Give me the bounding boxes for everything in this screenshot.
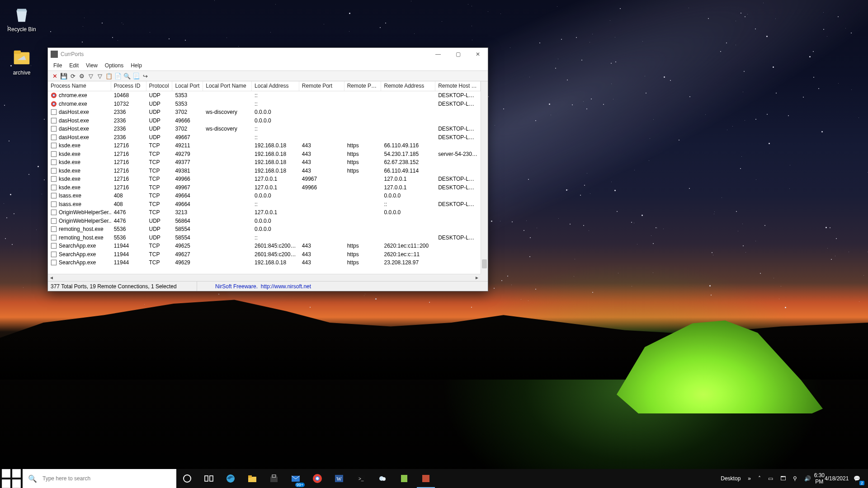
taskbar-app-currports-app[interactable] — [415, 469, 437, 488]
copy-icon[interactable]: 📋 — [105, 72, 113, 80]
svg-point-48 — [382, 477, 386, 481]
table-row[interactable]: OriginWebHelperSer...4476TCP3213127.0.0.… — [48, 208, 481, 217]
table-row[interactable]: dasHost.exe2336UDP3702ws-discovery0.0.0.… — [48, 108, 481, 117]
save-icon[interactable]: 💾 — [60, 72, 68, 80]
table-row[interactable]: lsass.exe408TCP49664::::DESKTOP-LD7Q1 — [48, 200, 481, 209]
minimize-button[interactable]: — — [428, 48, 448, 61]
taskbar-app-microsoft-store[interactable] — [263, 469, 285, 488]
show-desktop-button[interactable] — [865, 469, 868, 488]
maximize-button[interactable]: ▢ — [448, 48, 468, 61]
table-row[interactable]: ksde.exe12716TCP49279192.168.0.18443http… — [48, 150, 481, 159]
table-row[interactable]: OriginWebHelperSer...4476UDP568640.0.0.0 — [48, 217, 481, 225]
scroll-right-arrow-icon[interactable]: ► — [473, 275, 481, 280]
column-header-process[interactable]: Process Name — [48, 81, 111, 91]
column-header-rportname[interactable]: Remote Por... — [344, 81, 382, 91]
cell-lportname — [203, 212, 252, 213]
nirsoft-link[interactable]: http://www.nirsoft.net — [261, 283, 311, 290]
table-row[interactable]: remoting_host.exe5536UDP58554::DESKTOP-L… — [48, 234, 481, 242]
vertical-scroll-thumb[interactable] — [482, 259, 487, 268]
tray-wifi-icon[interactable]: ⚲ — [789, 469, 801, 488]
close-button[interactable]: ✕ — [468, 48, 488, 61]
cell-raddr — [381, 112, 435, 113]
taskbar-search[interactable]: 🔍 Type here to search — [23, 469, 176, 488]
cell-process: dasHost.exe — [48, 134, 111, 141]
cell-rhost — [435, 145, 481, 146]
table-row[interactable]: ksde.exe12716TCP49966127.0.0.149967127.0… — [48, 175, 481, 183]
taskbar-app-edge[interactable] — [220, 469, 241, 488]
table-row[interactable]: dasHost.exe2336UDP49667::DESKTOP-LD7Q1 — [48, 133, 481, 142]
menu-file[interactable]: File — [50, 61, 66, 70]
column-header-raddr[interactable]: Remote Address — [381, 81, 435, 91]
auto-refresh-icon[interactable]: ⚙ — [78, 72, 86, 80]
exit-icon[interactable]: ↪ — [141, 72, 149, 80]
tray-volume-icon[interactable]: 🔊 — [801, 469, 815, 488]
table-row[interactable]: lsass.exe408TCP496640.0.0.00.0.0.0 — [48, 192, 481, 200]
horizontal-scrollbar[interactable]: ◄ ► — [48, 274, 481, 281]
table-row[interactable]: SearchApp.exe11944TCP496272601:845:c200:… — [48, 250, 481, 259]
table-row[interactable]: chrome.exe10732UDP5353::DESKTOP-LD7Q1 — [48, 100, 481, 108]
taskbar-app-weather[interactable] — [372, 469, 393, 488]
start-button[interactable] — [0, 469, 23, 488]
taskbar-app-task-view[interactable] — [198, 469, 220, 488]
table-row[interactable]: remoting_host.exe5536UDP585540.0.0.0 — [48, 225, 481, 234]
taskbar-app-file-explorer[interactable] — [241, 469, 263, 488]
column-header-laddr[interactable]: Local Address — [252, 81, 299, 91]
tray-overflow-chevron-icon[interactable]: ˄ — [755, 469, 764, 488]
taskbar-app-mail[interactable]: 99+ — [285, 469, 307, 488]
cell-rhost — [435, 112, 481, 113]
desktop-icon-recycle-bin[interactable]: Recycle Bin — [4, 4, 40, 33]
taskbar-app-notepadpp[interactable] — [393, 469, 415, 488]
table-row[interactable]: ksde.exe12716TCP49381192.168.0.18443http… — [48, 167, 481, 175]
column-header-lportname[interactable]: Local Port Name — [203, 81, 252, 91]
table-row[interactable]: dasHost.exe2336UDP3702ws-discovery::DESK… — [48, 125, 481, 133]
chrome-icon — [312, 473, 323, 484]
clear-filter-icon[interactable]: ▽ — [96, 72, 104, 80]
cell-pid: 5536 — [111, 225, 146, 233]
vertical-scrollbar[interactable] — [481, 81, 488, 274]
scroll-left-arrow-icon[interactable]: ◄ — [48, 275, 55, 280]
svg-rect-19 — [51, 202, 56, 206]
svg-rect-14 — [51, 160, 56, 165]
menu-options[interactable]: Options — [101, 61, 127, 70]
table-body[interactable]: chrome.exe10468UDP5353::DESKTOP-LD7Q1chr… — [48, 91, 481, 274]
table-row[interactable]: ksde.exe12716TCP49377192.168.0.18443http… — [48, 158, 481, 167]
menu-help[interactable]: Help — [127, 61, 146, 70]
table-row[interactable]: ksde.exe12716TCP49967127.0.0.149966127.0… — [48, 183, 481, 192]
table-row[interactable]: ksde.exe12716TCP49211192.168.0.18443http… — [48, 141, 481, 150]
table-row[interactable]: dasHost.exe2336UDP496660.0.0.0 — [48, 117, 481, 125]
close-port-icon[interactable]: ✕ — [51, 72, 59, 80]
column-header-proto[interactable]: Protocol — [146, 81, 173, 91]
titlebar[interactable]: CurrPorts — ▢ ✕ — [48, 48, 488, 61]
filter-toggle-icon[interactable]: ▽ — [87, 72, 95, 80]
taskbar-app-cortana[interactable] — [176, 469, 198, 488]
table-row[interactable]: SearchApp.exe11944TCP49629192.168.0.1844… — [48, 258, 481, 267]
refresh-icon[interactable]: ⟳ — [69, 72, 77, 80]
cell-pid: 12716 — [111, 167, 146, 174]
cell-process: SearchApp.exe — [48, 242, 111, 249]
column-header-rport[interactable]: Remote Port — [299, 81, 344, 91]
table-row[interactable]: SearchApp.exe11944TCP496252601:845:c200:… — [48, 242, 481, 250]
column-header-pid[interactable]: Process ID — [111, 81, 146, 91]
column-header-rhost[interactable]: Remote Host Na — [435, 81, 481, 91]
taskbar-app-chrome[interactable] — [307, 469, 328, 488]
svg-rect-23 — [51, 235, 56, 240]
tray-meet-now-icon[interactable]: ▭ — [764, 469, 777, 488]
desktop-icon-archive-folder[interactable]: archive — [4, 47, 40, 76]
tray-battery-icon[interactable]: 🗔 — [777, 469, 789, 488]
table-row[interactable]: chrome.exe10468UDP5353::DESKTOP-LD7Q1 — [48, 91, 481, 100]
tray-clock[interactable]: 6:30 PM 4/18/2021 — [815, 469, 848, 488]
toolbar-desktop-label[interactable]: Desktop — [717, 469, 744, 488]
menu-view[interactable]: View — [82, 61, 101, 70]
find-icon[interactable]: 🔍 — [123, 72, 131, 80]
svg-rect-49 — [401, 475, 407, 482]
toolbar-desktop-chevron-icon[interactable]: » — [744, 469, 755, 488]
process-icon — [51, 117, 57, 124]
taskbar-app-word[interactable]: W — [328, 469, 350, 488]
column-header-lport[interactable]: Local Port — [172, 81, 203, 91]
properties-icon[interactable]: 📄 — [114, 72, 122, 80]
taskbar-app-terminal[interactable]: >_ — [350, 469, 372, 488]
action-center-button[interactable]: 💬 2 — [848, 469, 865, 488]
cell-proto: TCP — [146, 192, 173, 199]
html-report-icon[interactable]: 📃 — [132, 72, 140, 80]
menu-edit[interactable]: Edit — [66, 61, 82, 70]
